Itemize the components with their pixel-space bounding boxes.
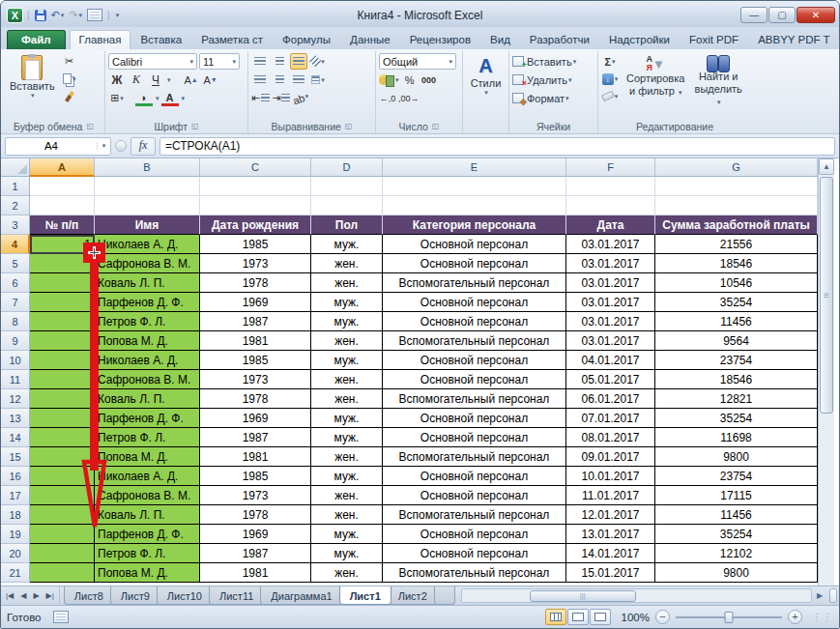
data-cell[interactable]: 23754 xyxy=(655,467,818,486)
cell[interactable] xyxy=(311,196,383,215)
increase-indent-button[interactable]: ⇥ xyxy=(272,90,290,106)
clear-button[interactable]: ▾ xyxy=(601,88,619,104)
italic-button[interactable]: К xyxy=(128,71,145,88)
data-cell[interactable] xyxy=(30,370,95,389)
align-left-button[interactable] xyxy=(251,71,269,88)
page-break-view-button[interactable] xyxy=(590,609,611,625)
data-cell[interactable]: Вспомогательный персонал xyxy=(383,389,566,409)
table-header-cell[interactable]: Пол xyxy=(311,215,383,235)
data-cell[interactable] xyxy=(30,563,95,583)
data-cell[interactable]: 1985 xyxy=(200,467,311,486)
data-cell[interactable]: 35254 xyxy=(655,409,818,428)
resize-grip[interactable]: ⋮⋮ xyxy=(812,612,833,622)
save-button[interactable] xyxy=(34,8,47,23)
data-cell[interactable]: Попова М. Д. xyxy=(95,563,200,583)
data-cell[interactable]: Основной персонал xyxy=(383,235,566,254)
data-cell[interactable]: жен. xyxy=(311,370,383,389)
borders-button[interactable]: ⊞▾ xyxy=(108,90,126,106)
tab-splitter-handle[interactable] xyxy=(829,588,837,603)
restore-button[interactable]: ▢ xyxy=(768,7,796,23)
data-cell[interactable]: 1973 xyxy=(200,370,311,389)
ribbon-tab[interactable]: Вид xyxy=(480,30,520,49)
format-painter-button[interactable] xyxy=(61,88,78,104)
cell[interactable] xyxy=(200,177,311,196)
data-cell[interactable]: Николаев А. Д. xyxy=(95,467,200,486)
ribbon-tab[interactable]: ABBYY PDF T xyxy=(748,30,839,49)
data-cell[interactable] xyxy=(30,467,95,486)
data-cell[interactable]: 35254 xyxy=(655,525,818,544)
row-header[interactable]: 17 xyxy=(1,486,30,505)
data-cell[interactable]: Попова М. Д. xyxy=(95,447,200,467)
insert-function-button[interactable]: fx xyxy=(130,137,156,156)
data-cell[interactable]: 1985 xyxy=(200,235,311,254)
scroll-right-icon[interactable]: ▶ xyxy=(812,591,827,600)
data-cell[interactable]: Петров Ф. Л. xyxy=(95,544,200,563)
data-cell[interactable]: 15.01.2017 xyxy=(566,563,655,583)
shrink-font-button[interactable]: А▼ xyxy=(202,71,219,88)
delete-cells-button[interactable]: × Удалить▾ xyxy=(512,71,576,88)
data-cell[interactable] xyxy=(30,409,95,428)
comma-style-button[interactable]: 000 xyxy=(420,71,438,88)
fill-color-button[interactable]: ◗ xyxy=(135,90,153,106)
column-header[interactable]: B xyxy=(95,158,200,177)
data-cell[interactable]: 11456 xyxy=(655,505,818,525)
dialog-launcher-icon[interactable]: ◱ xyxy=(86,122,94,130)
row-header[interactable]: 5 xyxy=(1,254,30,273)
grow-font-button[interactable]: А▲ xyxy=(183,71,200,88)
data-cell[interactable]: Основной персонал xyxy=(383,428,566,447)
zoom-in-button[interactable]: + xyxy=(788,610,802,624)
ribbon-tab[interactable]: Разметка ст xyxy=(191,30,273,49)
data-cell[interactable]: муж. xyxy=(311,409,383,428)
sheet-tab-Лист2[interactable]: Лист2 xyxy=(388,586,438,605)
data-cell[interactable]: 05.01.2017 xyxy=(566,370,655,389)
next-sheet-button[interactable]: ▶ xyxy=(30,591,42,600)
cell[interactable] xyxy=(95,196,200,215)
cell[interactable] xyxy=(566,196,655,215)
data-cell[interactable] xyxy=(30,505,95,525)
data-cell[interactable] xyxy=(30,351,95,370)
row-header[interactable]: 8 xyxy=(1,312,30,331)
data-cell[interactable]: муж. xyxy=(311,351,383,370)
data-cell[interactable]: 08.01.2017 xyxy=(566,428,655,447)
data-cell[interactable]: муж. xyxy=(311,428,383,447)
data-cell[interactable]: 03.01.2017 xyxy=(566,273,655,293)
data-cell[interactable]: жен. xyxy=(311,505,383,525)
font-size-combo[interactable]: 11▾ xyxy=(199,53,240,70)
column-header[interactable]: G xyxy=(655,158,818,177)
data-cell[interactable] xyxy=(30,544,95,563)
find-select-button[interactable]: Найти ивыделить ▾ xyxy=(688,53,748,109)
bold-button[interactable]: Ж xyxy=(108,71,126,88)
row-header[interactable]: 12 xyxy=(1,389,30,409)
undo-button[interactable]: ↶▾ xyxy=(50,8,66,23)
data-cell[interactable]: Основной персонал xyxy=(383,370,566,389)
data-cell[interactable]: 1978 xyxy=(200,273,311,293)
table-header-cell[interactable]: Дата рождения xyxy=(200,215,311,235)
data-cell[interactable]: 9800 xyxy=(655,563,818,583)
row-header[interactable]: 3 xyxy=(1,215,30,235)
data-cell[interactable]: 10546 xyxy=(655,273,818,293)
cell[interactable] xyxy=(30,196,95,215)
ribbon-tab[interactable]: Разработчи xyxy=(520,30,599,49)
row-header[interactable]: 4 xyxy=(1,235,30,254)
ribbon-tab[interactable]: Данные xyxy=(340,30,400,49)
row-header[interactable]: 2 xyxy=(1,196,30,215)
sheet-tab-Лист1[interactable]: Лист1 xyxy=(339,586,391,605)
data-cell[interactable] xyxy=(30,312,95,331)
cell[interactable] xyxy=(383,196,566,215)
zoom-out-button[interactable]: − xyxy=(655,610,670,624)
close-button[interactable]: ✕ xyxy=(797,7,835,23)
format-cells-button[interactable]: ◆ Формат▾ xyxy=(512,90,576,106)
data-cell[interactable]: 11698 xyxy=(655,428,818,447)
dialog-launcher-icon[interactable]: ◱ xyxy=(191,122,199,130)
data-cell[interactable]: муж. xyxy=(311,467,383,486)
data-cell[interactable]: муж. xyxy=(311,544,383,563)
data-cell[interactable]: Сафронова В. М. xyxy=(95,370,200,389)
data-cell[interactable]: жен. xyxy=(311,389,383,409)
selected-cell[interactable]: 1 xyxy=(30,235,95,254)
vertical-scroll-thumb[interactable] xyxy=(820,177,833,414)
excel-logo-icon[interactable]: X xyxy=(7,8,23,23)
cells-grid[interactable]: ABCDEFG 123№ п/пИмяДата рожденияПолКатег… xyxy=(1,158,818,586)
data-cell[interactable]: жен. xyxy=(311,486,383,505)
sheet-tab-Лист10[interactable]: Лист10 xyxy=(157,586,213,605)
data-cell[interactable]: 03.01.2017 xyxy=(566,331,655,351)
